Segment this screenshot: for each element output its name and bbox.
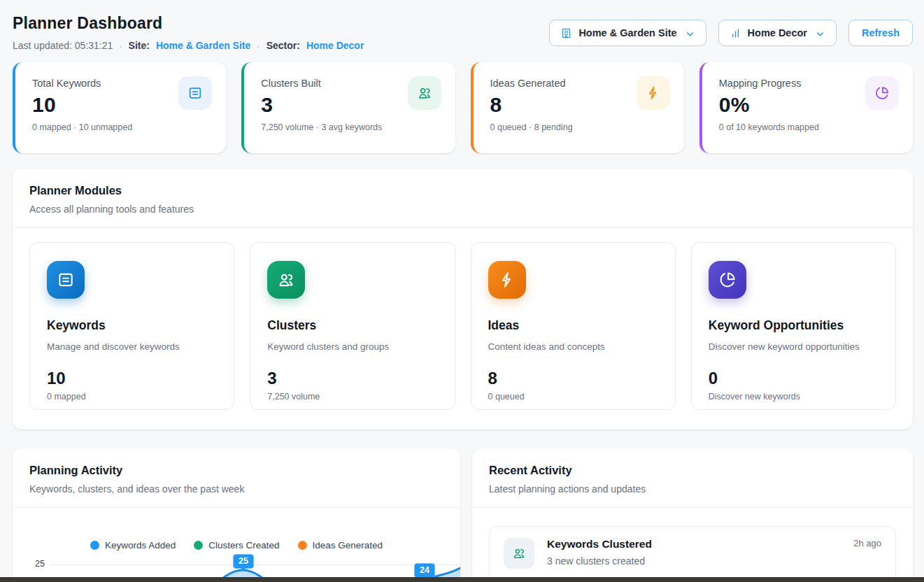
stat-subtext: 7,250 volume · 3 avg keywords [261,122,439,132]
module-title: Ideas [488,318,658,333]
module-value: 3 [267,369,437,388]
page-meta: Last updated: 05:31:21 · Site: Home & Ga… [13,40,364,51]
module-value: 0 [709,369,879,388]
activity-item-time: 2h ago [853,538,881,548]
meta-separator: · [257,41,260,51]
stat-cards-row: Total Keywords 10 0 mapped · 10 unmapped… [13,62,913,153]
users-icon [267,261,305,299]
stat-card-clusters-built: Clusters Built 3 7,250 volume · 3 avg ke… [241,62,455,153]
module-card-clusters[interactable]: Clusters Keyword clusters and groups 3 7… [250,242,455,410]
sector-dropdown[interactable]: Home Decor [718,20,837,46]
planning-activity-subtitle: Keywords, clusters, and ideas over the p… [29,483,443,495]
chevron-down-icon [815,28,825,38]
legend-label: Ideas Generated [313,540,383,551]
recent-activity-panel: Recent Activity Latest planning actions … [472,448,913,582]
stat-subtext: 0 mapped · 10 unmapped [32,122,211,132]
module-value: 10 [47,369,217,388]
refresh-button[interactable]: Refresh [848,20,913,46]
bar-chart-icon [730,27,741,39]
divider [472,507,913,508]
modules-subtitle: Access all planning tools and features [29,204,896,215]
site-dropdown-label: Home & Garden Site [578,27,676,38]
stat-card-mapping-progress: Mapping Progress 0% 0 of 10 keywords map… [699,62,913,153]
module-description: Discover new keyword opportunities [709,341,879,352]
lightning-icon [488,261,526,299]
divider [13,507,460,508]
users-icon [504,538,534,569]
legend-item-ideas-generated: Ideas Generated [298,540,383,551]
last-updated-text: Last updated: 05:31:21 [13,40,113,51]
legend-label: Clusters Created [208,540,279,551]
legend-item-keywords-added: Keywords Added [90,540,176,551]
modules-header: Planner Modules Access all planning tool… [13,169,913,227]
activity-item-text: Keywords Clustered 3 new clusters create… [547,538,841,567]
module-card-keyword-opportunities[interactable]: Keyword Opportunities Discover new keywo… [691,242,896,410]
document-lines-icon [178,76,212,110]
module-card-keywords[interactable]: Keywords Manage and discover keywords 10… [29,242,234,410]
module-subtext: 0 mapped [47,392,217,402]
planner-modules-panel: Planner Modules Access all planning tool… [13,169,913,430]
legend-label: Keywords Added [105,540,176,551]
modules-title: Planner Modules [29,184,896,197]
planning-activity-header: Planning Activity Keywords, clusters, an… [13,448,460,507]
page-header: Planner Dashboard Last updated: 05:31:21… [13,14,913,51]
recent-activity-header: Recent Activity Latest planning actions … [472,448,913,507]
stat-card-total-keywords: Total Keywords 10 0 mapped · 10 unmapped [13,62,226,153]
stat-card-ideas-generated: Ideas Generated 8 0 queued · 8 pending [471,62,684,153]
module-subtext: Discover new keywords [709,392,879,402]
pie-chart-icon [709,261,746,299]
page-title: Planner Dashboard [13,14,364,33]
sector-link[interactable]: Home Decor [306,40,364,51]
module-description: Content ideas and concepts [488,341,658,352]
module-title: Clusters [267,318,437,333]
refresh-button-label: Refresh [862,27,900,38]
chart-legend: Keywords Added Clusters Created Ideas Ge… [13,540,460,551]
building-icon [560,27,572,39]
module-value: 8 [488,369,658,388]
y-axis-tick: 25 [35,559,45,569]
legend-dot-icon [90,541,99,550]
recent-activity-subtitle: Latest planning actions and updates [489,483,896,495]
activity-item-title: Keywords Clustered [547,538,841,551]
activity-item-description: 3 new clusters created [547,555,841,567]
header-controls: Home & Garden Site Home Decor Refresh [549,20,913,46]
meta-separator: · [119,41,122,51]
module-subtext: 0 queued [488,392,658,402]
module-card-ideas[interactable]: Ideas Content ideas and concepts 8 0 que… [471,242,676,410]
legend-item-clusters-created: Clusters Created [194,540,279,551]
bottom-row: Planning Activity Keywords, clusters, an… [13,448,913,582]
document-lines-icon [47,261,85,299]
planning-activity-panel: Planning Activity Keywords, clusters, an… [13,448,460,582]
header-titles: Planner Dashboard Last updated: 05:31:21… [13,14,364,51]
module-description: Keyword clusters and groups [267,341,437,352]
chevron-down-icon [685,28,695,38]
sector-dropdown-label: Home Decor [748,27,807,38]
pie-chart-icon [865,76,899,110]
chart-gridline [50,565,460,565]
users-icon [408,76,441,110]
modules-grid: Keywords Manage and discover keywords 10… [13,228,913,430]
site-label: Site: [129,40,150,51]
module-title: Keywords [47,318,217,333]
data-label-badge: 24 [414,563,435,578]
site-dropdown[interactable]: Home & Garden Site [549,20,706,46]
bottom-edge-strip [0,577,924,582]
module-description: Manage and discover keywords [47,341,217,352]
activity-list-item[interactable]: Keywords Clustered 3 new clusters create… [489,526,896,581]
dashboard-page: Planner Dashboard Last updated: 05:31:21… [0,0,924,582]
sector-label: Sector: [266,40,300,51]
site-link[interactable]: Home & Garden Site [156,40,250,51]
module-title: Keyword Opportunities [709,318,879,333]
module-subtext: 7,250 volume [267,392,437,402]
legend-dot-icon [298,541,307,550]
recent-activity-title: Recent Activity [489,464,896,477]
legend-dot-icon [194,541,203,550]
lightning-icon [637,76,670,110]
data-label-badge: 25 [233,554,254,569]
stat-subtext: 0 of 10 keywords mapped [719,122,897,132]
stat-subtext: 0 queued · 8 pending [490,122,669,132]
planning-activity-title: Planning Activity [29,464,443,477]
